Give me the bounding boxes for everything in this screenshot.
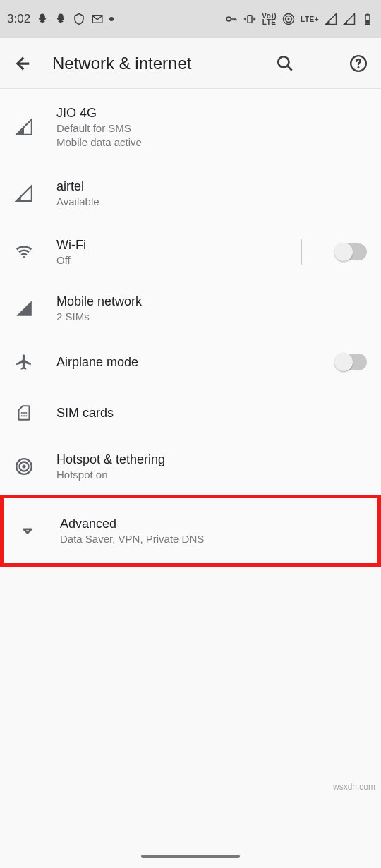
wifi-subtitle: Off bbox=[56, 253, 279, 267]
hotspot-body: Hotspot & tethering Hotspot on bbox=[56, 451, 367, 482]
airplane-body: Airplane mode bbox=[56, 354, 313, 370]
sim-body: airtel Available bbox=[56, 178, 367, 209]
mobile-subtitle: 2 SIMs bbox=[56, 310, 367, 324]
lte-plus-icon: LTE+ bbox=[301, 16, 319, 23]
svg-point-13 bbox=[25, 412, 27, 414]
signal-2-icon bbox=[343, 13, 356, 25]
signal-full-icon bbox=[14, 299, 34, 318]
advanced-row[interactable]: Advanced Data Saver, VPN, Private DNS bbox=[0, 495, 381, 567]
status-bar: 3:02 Vo)) LTE LTE+ bbox=[0, 0, 381, 38]
svg-rect-6 bbox=[367, 14, 369, 16]
hotspot-subtitle: Hotspot on bbox=[56, 468, 367, 482]
snapchat-icon bbox=[36, 13, 49, 25]
svg-point-15 bbox=[23, 415, 25, 416]
status-right: Vo)) LTE LTE+ bbox=[225, 13, 374, 25]
wifi-row[interactable]: Wi-Fi Off bbox=[0, 224, 381, 280]
back-button[interactable] bbox=[13, 54, 32, 73]
snapchat-icon bbox=[54, 13, 67, 25]
svg-point-16 bbox=[25, 415, 27, 416]
wifi-title: Wi-Fi bbox=[56, 236, 279, 253]
airplane-switch[interactable] bbox=[336, 354, 367, 370]
search-button[interactable] bbox=[275, 54, 295, 73]
search-icon bbox=[276, 54, 294, 73]
hotspot-title: Hotspot & tethering bbox=[56, 451, 367, 468]
airplane-icon bbox=[14, 352, 34, 372]
hotspot-icon bbox=[14, 457, 34, 476]
sim-sub: Available bbox=[56, 195, 367, 209]
dnd-icon bbox=[73, 13, 85, 25]
clock-text: 3:02 bbox=[7, 12, 30, 26]
airplane-mode-row[interactable]: Airplane mode bbox=[0, 337, 381, 387]
page-header: Network & internet bbox=[0, 38, 381, 89]
advanced-title: Advanced bbox=[60, 515, 363, 532]
mobile-body: Mobile network 2 SIMs bbox=[56, 293, 367, 324]
watermark-text: wsxdn.com bbox=[333, 782, 375, 792]
signal-icon bbox=[14, 183, 34, 203]
notification-dot-icon bbox=[109, 17, 114, 21]
help-button[interactable] bbox=[349, 54, 368, 73]
wifi-body: Wi-Fi Off bbox=[56, 236, 279, 267]
sim-cards-body: SIM cards bbox=[56, 404, 367, 421]
advanced-body: Advanced Data Saver, VPN, Private DNS bbox=[60, 515, 363, 546]
svg-point-0 bbox=[227, 17, 231, 21]
advanced-subtitle: Data Saver, VPN, Private DNS bbox=[60, 532, 363, 546]
sim-body: JIO 4G Default for SMS Mobile data activ… bbox=[56, 104, 367, 150]
hotspot-status-icon bbox=[282, 13, 295, 25]
section-divider bbox=[0, 222, 381, 222]
svg-rect-1 bbox=[248, 16, 252, 23]
mobile-title: Mobile network bbox=[56, 293, 367, 310]
wifi-icon bbox=[14, 242, 34, 262]
sim-cards-row[interactable]: SIM cards bbox=[0, 387, 381, 438]
signal-icon bbox=[14, 117, 34, 137]
help-icon bbox=[349, 54, 368, 73]
sim-cards-title: SIM cards bbox=[56, 404, 367, 421]
svg-point-8 bbox=[278, 56, 289, 67]
nav-handle[interactable] bbox=[141, 855, 240, 858]
wifi-switch[interactable] bbox=[336, 243, 367, 260]
sim-row-airtel[interactable]: airtel Available bbox=[0, 165, 381, 222]
airplane-title: Airplane mode bbox=[56, 354, 313, 370]
status-left: 3:02 bbox=[7, 12, 114, 26]
gmail-icon bbox=[91, 13, 104, 25]
hotspot-row[interactable]: Hotspot & tethering Hotspot on bbox=[0, 438, 381, 495]
sim-sub1: Default for SMS bbox=[56, 121, 367, 135]
signal-1-icon bbox=[325, 13, 337, 25]
vertical-divider bbox=[301, 239, 302, 265]
battery-icon bbox=[361, 13, 374, 25]
svg-point-10 bbox=[358, 66, 360, 68]
svg-point-14 bbox=[21, 415, 23, 416]
sim-row-jio4g[interactable]: JIO 4G Default for SMS Mobile data activ… bbox=[0, 89, 381, 165]
vibrate-icon bbox=[243, 13, 256, 25]
svg-rect-7 bbox=[366, 20, 370, 24]
arrow-back-icon bbox=[13, 54, 32, 73]
svg-point-2 bbox=[288, 18, 290, 20]
svg-point-17 bbox=[22, 464, 25, 468]
vpn-key-icon bbox=[225, 13, 238, 25]
volte-icon: Vo)) LTE bbox=[262, 13, 277, 25]
page-title: Network & internet bbox=[52, 54, 255, 73]
sim-card-icon bbox=[14, 403, 34, 423]
sim-title: airtel bbox=[56, 178, 367, 195]
svg-point-11 bbox=[21, 412, 23, 414]
mobile-network-row[interactable]: Mobile network 2 SIMs bbox=[0, 280, 381, 337]
svg-point-12 bbox=[23, 412, 25, 414]
sim-sub2: Mobile data active bbox=[56, 135, 367, 150]
sim-title: JIO 4G bbox=[56, 104, 367, 121]
chevron-down-icon bbox=[18, 521, 37, 541]
